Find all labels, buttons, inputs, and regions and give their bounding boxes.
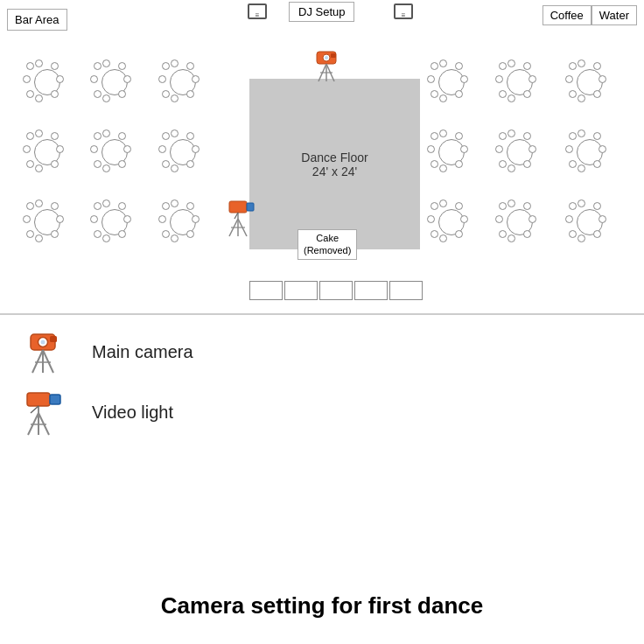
svg-line-10 [234, 213, 238, 219]
legend-camera-icon [18, 328, 74, 376]
cake-label: Cake(Removed) [298, 229, 357, 260]
banquet-seg-4 [354, 281, 388, 300]
water-label: Water [592, 5, 637, 25]
table-row [567, 200, 612, 245]
banquet-seg-5 [389, 281, 423, 300]
table-row [429, 130, 474, 175]
monitor-left-icon [248, 4, 267, 19]
dance-floor: Dance Floor 24' x 24' [249, 79, 420, 249]
svg-rect-8 [229, 201, 247, 213]
video-light-label: Video light [92, 402, 173, 423]
legend: Main camera Video light [18, 328, 298, 449]
table-row [92, 200, 137, 245]
dance-floor-label: Dance Floor [301, 150, 368, 164]
svg-line-20 [32, 350, 43, 373]
table-row [24, 60, 70, 105]
table-row [160, 200, 206, 245]
banquet-seg-2 [284, 281, 318, 300]
coffee-water-labels: Coffee Water [542, 5, 637, 25]
svg-line-26 [31, 406, 38, 413]
main-camera-icon [312, 48, 343, 85]
svg-rect-19 [50, 336, 57, 342]
table-row [92, 130, 137, 175]
banquet-seg-3 [319, 281, 353, 300]
floorplan: Bar Area DJ Setup Coffee Water Dance Flo… [0, 0, 644, 315]
bar-area-label: Bar Area [7, 9, 67, 31]
main-camera-label: Main camera [92, 342, 193, 362]
legend-video-light-icon [18, 388, 74, 437]
dj-setup-label: DJ Setup [289, 2, 354, 22]
table-row [24, 200, 70, 245]
dance-floor-size: 24' x 24' [312, 164, 357, 178]
table-row [497, 60, 542, 105]
table-row [429, 200, 474, 245]
svg-rect-9 [247, 203, 254, 211]
table-row [92, 60, 137, 105]
svg-rect-25 [50, 395, 60, 404]
banquet-seg-1 [249, 281, 283, 300]
monitor-right-icon [394, 4, 413, 19]
table-row [567, 130, 612, 175]
table-row [567, 60, 612, 105]
svg-line-22 [43, 350, 53, 373]
table-row [24, 130, 70, 175]
banquet-table-row [249, 281, 423, 300]
video-light-icon [226, 200, 259, 242]
legend-video-light: Video light [18, 388, 298, 437]
svg-point-18 [40, 340, 45, 344]
table-row [497, 130, 542, 175]
table-row [497, 200, 542, 245]
page-title: Camera setting for first dance [0, 592, 644, 620]
table-row [429, 60, 474, 105]
legend-main-camera: Main camera [18, 328, 298, 376]
svg-rect-24 [27, 393, 50, 406]
svg-point-2 [325, 56, 328, 60]
svg-rect-3 [331, 53, 336, 58]
coffee-label: Coffee [542, 5, 592, 25]
table-row [160, 130, 206, 175]
table-row [160, 60, 206, 105]
